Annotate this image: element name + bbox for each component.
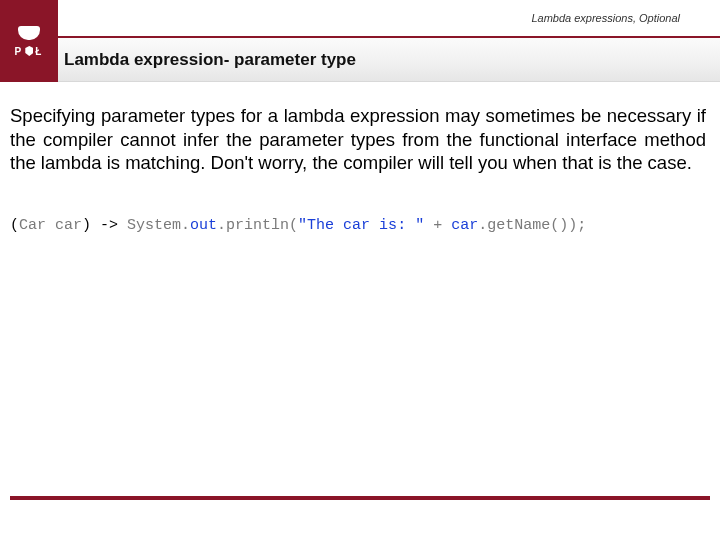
code-token: ( xyxy=(10,217,19,234)
logo-letter-right: Ł xyxy=(35,46,43,57)
shield-icon xyxy=(25,46,33,56)
code-token: Car car xyxy=(19,217,82,234)
title-bar: Lambda expression- parameter type xyxy=(58,38,720,82)
slide-content: Specifying parameter types for a lambda … xyxy=(0,82,720,234)
footer-divider xyxy=(10,496,710,500)
header-right: Lambda expressions, Optional Lambda expr… xyxy=(58,0,720,82)
code-example: (Car car) -> System.out.println("The car… xyxy=(10,217,706,234)
code-token: .println( xyxy=(217,217,298,234)
logo-letters: P Ł xyxy=(15,46,44,57)
logo-emblem-icon xyxy=(18,26,40,40)
code-token: -> xyxy=(100,217,127,234)
page-title: Lambda expression- parameter type xyxy=(64,50,356,70)
code-token: System. xyxy=(127,217,190,234)
code-token: "The car is: " xyxy=(298,217,424,234)
logo-letter-left: P xyxy=(15,46,24,57)
slide-header: P Ł Lambda expressions, Optional Lambda … xyxy=(0,0,720,82)
code-token: + xyxy=(424,217,451,234)
code-token: out xyxy=(190,217,217,234)
code-token: car xyxy=(451,217,478,234)
code-token: .getName()); xyxy=(478,217,586,234)
breadcrumb: Lambda expressions, Optional xyxy=(58,0,720,38)
code-token: ) xyxy=(82,217,100,234)
body-paragraph: Specifying parameter types for a lambda … xyxy=(10,104,706,175)
breadcrumb-text: Lambda expressions, Optional xyxy=(531,12,680,24)
institution-logo: P Ł xyxy=(0,0,58,82)
